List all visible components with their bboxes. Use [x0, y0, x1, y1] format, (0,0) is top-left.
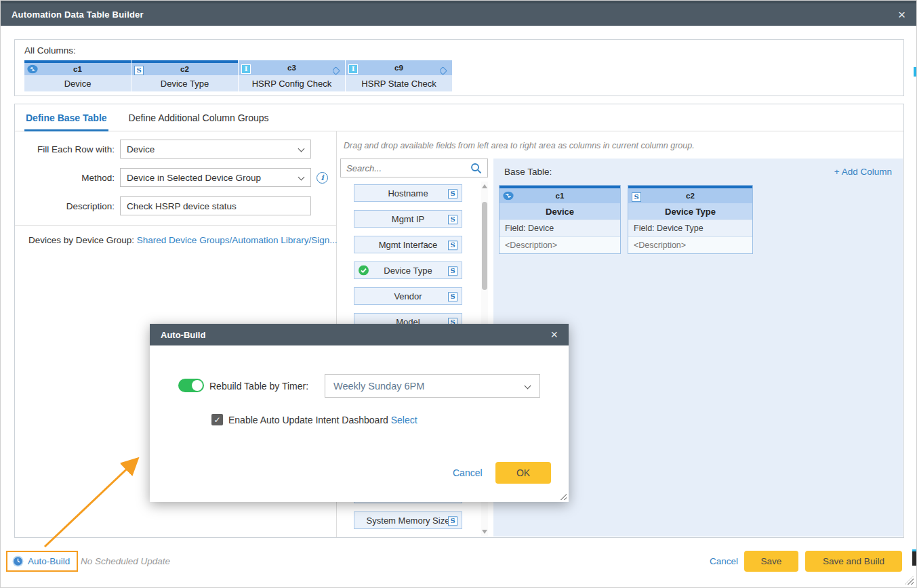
- field-label: Mgmt Interface: [379, 240, 438, 250]
- column-field: Field: Device Type: [628, 219, 752, 236]
- field-label: Mgmt IP: [392, 214, 424, 224]
- all-columns-chip-c1[interactable]: c1Device: [24, 60, 131, 91]
- intent-type-icon: I: [241, 64, 251, 74]
- selected-check-icon: [359, 266, 369, 276]
- tab-define-additional-column-groups[interactable]: Define Additional Column Groups: [118, 104, 280, 131]
- select-dashboard-link[interactable]: Select: [391, 415, 417, 425]
- field-search-input[interactable]: [346, 163, 470, 173]
- column-id: c2: [180, 65, 189, 73]
- string-type-icon: S: [134, 66, 144, 75]
- fill-each-row-label: Fill Each Row with:: [15, 144, 120, 154]
- tab-define-base-table[interactable]: Define Base Table: [15, 104, 118, 131]
- base-table-columns: c1DeviceField: Device<Description>Sc2Dev…: [493, 184, 903, 255]
- timer-select[interactable]: Weekly Sunday 6PM: [325, 374, 540, 398]
- column-name: HSRP Config Check: [239, 75, 345, 91]
- enable-auto-update-label: Enable Auto Update Intent Dashboard Sele…: [228, 415, 417, 425]
- scroll-up-icon[interactable]: [482, 184, 487, 188]
- field-label: Vendor: [394, 291, 422, 301]
- field-item-vendor[interactable]: VendorS: [354, 287, 462, 305]
- add-column-link[interactable]: + Add Column: [834, 167, 892, 177]
- auto-build-modal: Auto-Build × Rebuild Table by Timer: Wee…: [150, 324, 569, 502]
- device-icon: [503, 192, 514, 201]
- all-columns-chip-c3[interactable]: Ic3HSRP Config Check: [239, 60, 345, 91]
- edge-scroll-indicator: [912, 549, 917, 566]
- tabbar: Define Base Table Define Additional Colu…: [15, 104, 903, 131]
- info-icon[interactable]: i: [317, 172, 328, 184]
- string-type-icon: S: [632, 192, 641, 202]
- field-item-mgmt-ip[interactable]: Mgmt IPS: [354, 210, 462, 228]
- dialog-title: Automation Data Table Builder: [12, 9, 144, 20]
- device-icon: [27, 65, 38, 74]
- modal-ok-button[interactable]: OK: [495, 462, 551, 484]
- all-columns-chip-c2[interactable]: Sc2Device Type: [131, 60, 238, 91]
- method-label: Method:: [15, 173, 120, 183]
- field-item-system-memory-size[interactable]: System Memory SizeS: [354, 511, 462, 529]
- toggle-knob: [192, 380, 203, 391]
- scroll-down-icon[interactable]: [482, 530, 487, 534]
- all-columns-section: All Columns: c1DeviceSc2Device TypeIc3HS…: [14, 39, 904, 96]
- column-name: HSRP State Check: [346, 75, 452, 91]
- save-button[interactable]: Save: [744, 551, 798, 572]
- field-label: Device Type: [384, 266, 432, 276]
- description-label: Description:: [15, 201, 120, 211]
- save-and-build-button[interactable]: Save and Build: [805, 551, 902, 572]
- drag-drop-instruction: Drag and drop available fields from left…: [344, 141, 695, 150]
- field-search-box[interactable]: [340, 159, 488, 177]
- field-item-device-type[interactable]: Device TypeS: [354, 261, 462, 279]
- dialog-titlebar: Automation Data Table Builder ×: [1, 1, 916, 26]
- column-name: Device: [24, 75, 131, 91]
- base-table-column-c1[interactable]: c1DeviceField: Device<Description>: [499, 185, 621, 254]
- all-columns-chip-c9[interactable]: Ic9HSRP State Check: [346, 60, 452, 91]
- base-table-column-c2[interactable]: Sc2Device TypeField: Device Type<Descrip…: [628, 185, 753, 254]
- base-table-label: Base Table:: [504, 167, 552, 177]
- schedule-status-text: No Scheduled Update: [81, 556, 170, 566]
- chevron-down-icon: [298, 146, 305, 152]
- column-id: c9: [394, 64, 403, 72]
- string-type-icon: S: [448, 292, 457, 301]
- string-type-icon: S: [448, 215, 457, 224]
- fill-each-row-select[interactable]: Device: [120, 140, 311, 159]
- description-input[interactable]: [120, 196, 311, 215]
- tag-icon: [439, 66, 447, 75]
- device-group-link[interactable]: Shared Device Groups/Automation Library/…: [137, 235, 338, 245]
- string-type-icon: S: [448, 266, 457, 276]
- column-id: c3: [287, 64, 296, 72]
- column-name: Device Type: [628, 203, 752, 219]
- field-label: Hostname: [388, 188, 428, 198]
- device-group-label: Devices by Device Group:: [28, 235, 134, 245]
- string-type-icon: S: [448, 240, 457, 250]
- auto-build-button[interactable]: Auto-Build: [6, 551, 78, 572]
- field-label: System Memory Size: [367, 516, 450, 526]
- column-id: c1: [73, 65, 82, 73]
- close-icon[interactable]: ×: [550, 328, 558, 342]
- column-description: <Description>: [500, 236, 620, 253]
- field-item-hostname[interactable]: HostnameS: [354, 184, 462, 202]
- chevron-down-icon: [298, 174, 305, 181]
- modal-cancel-link[interactable]: Cancel: [453, 467, 483, 478]
- column-field: Field: Device: [500, 219, 620, 236]
- auto-build-label: Auto-Build: [28, 556, 70, 566]
- cancel-link[interactable]: Cancel: [710, 556, 738, 566]
- modal-resize-grip[interactable]: [559, 492, 567, 500]
- column-name: Device: [500, 203, 620, 219]
- dialog-footer: Auto-Build No Scheduled Update Cancel Sa…: [1, 538, 916, 588]
- string-type-icon: S: [448, 189, 457, 198]
- field-item-mgmt-interface[interactable]: Mgmt InterfaceS: [354, 236, 462, 253]
- rebuild-timer-label: Rebuild Table by Timer:: [209, 381, 308, 392]
- intent-type-icon: I: [348, 64, 358, 74]
- chevron-down-icon: [525, 383, 531, 390]
- automation-data-table-builder-dialog: Automation Data Table Builder × All Colu…: [0, 0, 917, 588]
- clock-icon: [12, 555, 24, 567]
- all-columns-label: All Columns:: [24, 45, 894, 56]
- close-icon[interactable]: ×: [898, 8, 905, 21]
- scrollbar-thumb[interactable]: [482, 202, 487, 290]
- rebuild-timer-toggle[interactable]: [178, 379, 204, 392]
- devices-by-device-group-row: Devices by Device Group: Shared Device G…: [15, 226, 336, 245]
- column-name: Device Type: [131, 75, 238, 91]
- auto-build-modal-title: Auto-Build: [161, 330, 205, 340]
- edge-scroll-indicator: [914, 67, 917, 77]
- auto-build-modal-titlebar: Auto-Build ×: [150, 324, 569, 345]
- method-select[interactable]: Device in Selected Device Group: [120, 168, 311, 187]
- all-columns-row: c1DeviceSc2Device TypeIc3HSRP Config Che…: [24, 60, 894, 91]
- enable-auto-update-checkbox[interactable]: ✓: [211, 414, 223, 425]
